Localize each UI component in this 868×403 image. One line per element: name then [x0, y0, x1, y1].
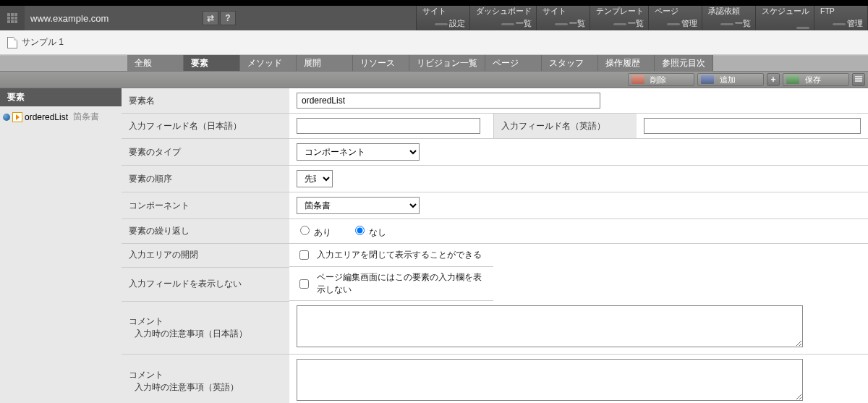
save-button[interactable]: 保存 [783, 73, 849, 86]
nav-item-title: 承認依頼 [708, 7, 751, 15]
nav-item-title: ページ [655, 7, 697, 15]
app-logo[interactable] [0, 6, 25, 30]
repeat-yes-option[interactable]: あり [297, 227, 334, 237]
sidebar: 要素 orderedList 箇条書 [0, 88, 122, 127]
nav-item-3[interactable]: テンプレート一覧 [590, 6, 649, 30]
component-select[interactable]: 箇条書 [297, 197, 420, 214]
hide-field-text: ページ編集画面にはこの要素の入力欄を表示しない [317, 271, 486, 296]
breadcrumb-title: サンプル 1 [22, 36, 64, 48]
collapse-text: 入力エリアを閉じて表示することができる [317, 249, 482, 261]
delete-button[interactable]: 削除 [628, 73, 694, 86]
repeat-no-radio[interactable] [355, 226, 365, 235]
label-field-en: 入力フィールド名（英語） [493, 114, 637, 139]
site-domain: www.example.com [25, 6, 198, 30]
nav-item-sub: 一覧 [596, 19, 644, 29]
label-hide-field: 入力フィールドを表示しない [122, 267, 289, 301]
nav-item-sub [762, 27, 809, 29]
tree-item-name: orderedList [25, 112, 68, 122]
label-comment-en: コメント 入力時の注意事項（英語） [122, 355, 289, 404]
toggle-panel-icon[interactable]: ⇄ [203, 11, 218, 25]
field-en-input[interactable] [644, 118, 861, 134]
global-nav: www.example.com ⇄ ? サイト設定ダッシュボード一覧サイト一覧テ… [0, 6, 868, 30]
label-comment-ja: コメント 入力時の注意事項（日本語） [122, 301, 289, 355]
label-field-ja: 入力フィールド名（日本語） [122, 114, 289, 139]
tab-5[interactable]: リビジョン一覧 [409, 55, 485, 71]
element-name-input[interactable] [297, 93, 600, 109]
type-select[interactable]: コンポーネント [297, 143, 420, 161]
order-select[interactable]: 先頭 [297, 170, 333, 187]
label-type: 要素のタイプ [122, 139, 289, 166]
comment-en-textarea[interactable] [297, 359, 803, 401]
nav-item-1[interactable]: ダッシュボード一覧 [470, 6, 537, 30]
nav-item-sub: 管理 [820, 19, 863, 29]
label-repeat: 要素の繰り返し [122, 219, 289, 244]
nav-item-7[interactable]: FTP管理 [814, 6, 868, 30]
tab-bar: 全般要素メソッド展開リソースリビジョン一覧ページスタッフ操作履歴参照元目次 [0, 55, 868, 71]
nav-item-title: ダッシュボード [476, 7, 532, 15]
nav-item-0[interactable]: サイト設定 [417, 6, 470, 30]
label-collapse: 入力エリアの開閉 [122, 244, 289, 268]
tab-9[interactable]: 参照元目次 [655, 55, 713, 71]
nav-item-title: サイト [422, 7, 465, 15]
repeat-yes-radio[interactable] [300, 226, 310, 235]
comment-ja-textarea[interactable] [297, 305, 803, 347]
columns-icon[interactable] [852, 73, 865, 86]
nav-item-sub: 設定 [422, 19, 465, 29]
tab-0[interactable]: 全般 [127, 55, 184, 71]
label-component: コンポーネント [122, 192, 289, 219]
repeat-no-option[interactable]: なし [352, 227, 386, 237]
sidebar-header: 要素 [0, 88, 122, 106]
hide-field-checkbox[interactable] [299, 279, 309, 289]
nav-item-title: テンプレート [596, 7, 644, 15]
nav-item-sub: 管理 [655, 19, 697, 29]
nav-item-sub: 一覧 [708, 19, 751, 29]
document-icon [7, 37, 17, 48]
nav-item-title: スケジュール [762, 7, 809, 15]
nav-item-sub: 一覧 [476, 19, 532, 29]
nav-item-title: FTP [820, 7, 863, 15]
add-plus-button[interactable]: + [767, 73, 780, 86]
field-ja-input[interactable] [297, 118, 480, 134]
nav-item-sub: 一覧 [542, 19, 585, 29]
tab-2[interactable]: メソッド [240, 55, 297, 71]
nav-item-6[interactable]: スケジュール [756, 6, 814, 30]
tab-7[interactable]: スタッフ [542, 55, 598, 71]
expand-arrow-icon[interactable] [12, 112, 22, 122]
tree-item[interactable]: orderedList 箇条書 [3, 111, 119, 123]
tab-4[interactable]: リソース [353, 55, 409, 71]
tab-3[interactable]: 展開 [297, 55, 353, 71]
nav-item-title: サイト [542, 7, 585, 15]
tree-item-note: 箇条書 [73, 111, 99, 123]
breadcrumb: サンプル 1 [0, 30, 868, 55]
status-dot-icon [3, 114, 10, 121]
help-icon[interactable]: ? [220, 11, 236, 25]
tab-8[interactable]: 操作履歴 [598, 55, 655, 71]
nav-item-5[interactable]: 承認依頼一覧 [702, 6, 756, 30]
nav-item-2[interactable]: サイト一覧 [537, 6, 590, 30]
tab-6[interactable]: ページ [485, 55, 542, 71]
collapse-checkbox[interactable] [299, 250, 309, 260]
add-button[interactable]: 追加 [697, 73, 764, 86]
tab-1[interactable]: 要素 [184, 55, 240, 71]
label-order: 要素の順序 [122, 166, 289, 192]
action-bar: 削除 追加 + 保存 [0, 71, 868, 88]
label-element-name: 要素名 [122, 88, 289, 114]
nav-item-4[interactable]: ページ管理 [649, 6, 702, 30]
form-panel: 要素名 入力フィールド名（日本語） 入力フィールド名（英語） 要素のタイプ [122, 88, 868, 403]
